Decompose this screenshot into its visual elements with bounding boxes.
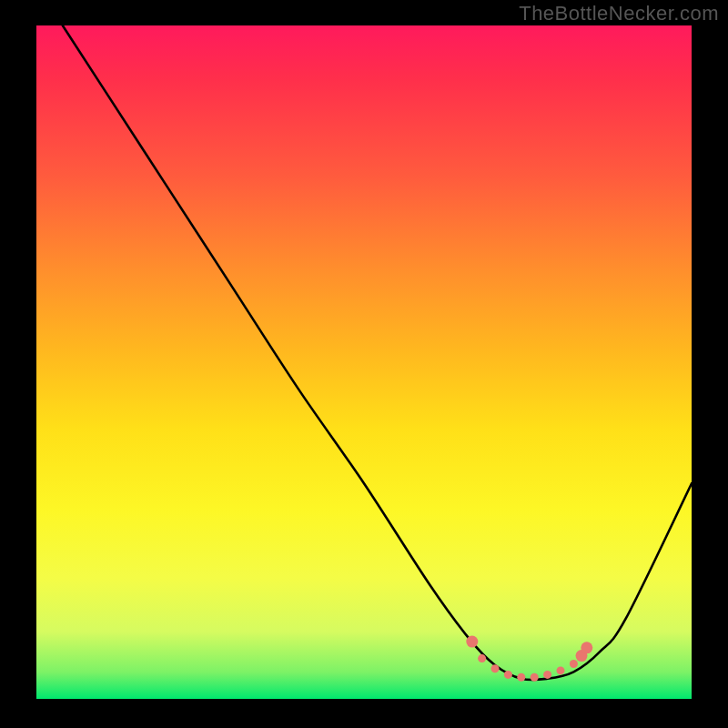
optimal-bead — [531, 673, 539, 682]
optimal-bead — [478, 654, 486, 662]
chart-container: TheBottleNecker.com — [0, 0, 728, 728]
optimal-bead — [517, 673, 525, 682]
bottleneck-curve — [63, 25, 692, 680]
optimal-bead — [557, 666, 565, 674]
watermark-label: TheBottleNecker.com — [519, 2, 719, 25]
optimal-bead — [543, 671, 551, 679]
optimal-bead — [504, 671, 512, 679]
optimal-bead — [466, 636, 478, 648]
optimal-bead — [581, 642, 592, 653]
optimal-bead — [570, 660, 578, 668]
optimal-beads-group — [466, 636, 592, 682]
plot-area — [36, 25, 692, 699]
curve-svg — [36, 25, 692, 699]
optimal-bead — [491, 664, 500, 672]
